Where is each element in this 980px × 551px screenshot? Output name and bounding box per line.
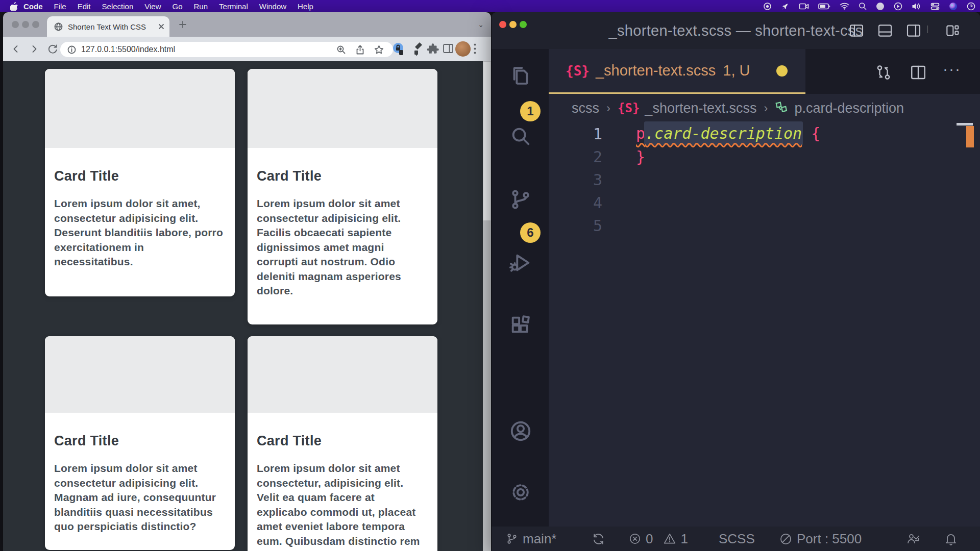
close-tab-icon[interactable]	[158, 23, 164, 30]
breadcrumb-file[interactable]: _shorten-text.scss	[645, 101, 756, 116]
sync-icon[interactable]	[592, 527, 605, 551]
menu-run[interactable]: Run	[188, 2, 214, 11]
macos-menu-bar: Code File Edit Selection View Go Run Ter…	[0, 0, 980, 12]
toggle-panel-icon[interactable]	[876, 22, 894, 39]
menu-file[interactable]: File	[48, 2, 72, 11]
card-2-image-placeholder	[248, 69, 437, 148]
record-icon[interactable]	[763, 2, 772, 11]
error-count: 0	[646, 531, 653, 547]
battery-icon[interactable]	[818, 3, 830, 10]
source-control-icon[interactable]	[509, 188, 532, 211]
tab-strip-chevron-icon[interactable]: ⌄	[478, 20, 484, 29]
close-window-button[interactable]	[12, 21, 19, 28]
symbol-class-icon	[775, 101, 789, 115]
address-bar[interactable]: 127.0.0.1:5500/index.html	[60, 42, 393, 57]
siri-icon[interactable]	[949, 2, 958, 11]
share-icon[interactable]	[355, 45, 365, 55]
reload-icon[interactable]	[47, 43, 58, 55]
problems-item[interactable]: 0 1	[628, 527, 688, 551]
explorer-badge: 1	[520, 101, 541, 121]
editor-tab-bar: {S} _shorten-text.scss 1, U ···	[549, 49, 980, 94]
notifications-bell-icon[interactable]	[944, 527, 958, 551]
branch-icon	[505, 532, 519, 545]
explorer-icon[interactable]	[509, 64, 532, 88]
clock-icon[interactable]	[967, 2, 975, 11]
menu-view[interactable]: View	[139, 2, 166, 11]
more-actions-icon[interactable]: ···	[943, 60, 961, 78]
extensions-icon[interactable]	[509, 313, 532, 337]
browser-tab[interactable]: Shorten Text With CSS	[47, 16, 169, 37]
menu-terminal[interactable]: Terminal	[213, 2, 254, 11]
menu-window[interactable]: Window	[254, 2, 292, 11]
live-server-port[interactable]: Port : 5500	[779, 527, 862, 551]
breadcrumb-separator-icon: ›	[764, 101, 768, 115]
scrollbar-thumb[interactable]	[483, 62, 491, 220]
breadcrumb-folder[interactable]: scss	[572, 101, 599, 116]
run-debug-icon[interactable]	[509, 251, 532, 274]
wifi-icon[interactable]	[840, 3, 849, 10]
camera-icon[interactable]	[799, 3, 809, 10]
lock-extension-icon[interactable]	[392, 42, 405, 56]
tab-decoration: 1, U	[723, 62, 750, 79]
star-icon[interactable]	[374, 45, 384, 55]
play-circle-icon[interactable]	[894, 2, 902, 11]
zoom-icon[interactable]	[336, 45, 346, 55]
minimize-window-button[interactable]	[22, 21, 29, 28]
site-info-icon[interactable]	[67, 45, 76, 54]
browser-scrollbar[interactable]	[483, 61, 491, 551]
git-branch-item[interactable]: main*	[505, 527, 556, 551]
settings-gear-icon[interactable]	[509, 481, 532, 504]
code-editor[interactable]: 1 p.card-description { 2 } 3 4 5	[549, 122, 980, 527]
url-text[interactable]: 127.0.0.1:5500/index.html	[81, 45, 336, 54]
card-4-image-placeholder	[248, 336, 437, 413]
card-3-image-placeholder	[45, 336, 235, 413]
overview-ruler-cursor-marker	[957, 123, 973, 126]
card-1: Card Title Lorem ipsum dolor sit amet, c…	[45, 69, 235, 296]
card-2-description: Lorem ipsum dolor sit amet consectetur a…	[257, 196, 426, 298]
split-editor-icon[interactable]	[909, 63, 927, 82]
new-tab-button[interactable]	[178, 19, 188, 30]
toggle-primary-sidebar-icon[interactable]	[848, 22, 865, 39]
menu-selection[interactable]: Selection	[96, 2, 139, 11]
toggle-secondary-sidebar-icon[interactable]	[905, 22, 922, 39]
sidebar-icon[interactable]	[442, 42, 454, 55]
menu-edit[interactable]: Edit	[72, 2, 96, 11]
unsaved-dot-icon[interactable]	[776, 65, 788, 77]
card-3-title: Card Title	[54, 433, 224, 449]
zoom-window-button[interactable]	[32, 21, 39, 28]
breadcrumb-symbol[interactable]: p.card-description	[794, 101, 904, 116]
card-1-description: Lorem ipsum dolor sit amet, consectetur …	[54, 196, 224, 269]
browser-window: Shorten Text With CSS ⌄ 127.0.0.1:5500/i…	[3, 12, 491, 551]
branch-name: main*	[523, 531, 556, 547]
feedback-icon[interactable]	[906, 527, 920, 551]
apple-menu-icon[interactable]	[10, 2, 18, 11]
eyedropper-icon[interactable]	[411, 41, 424, 56]
search-icon[interactable]	[859, 2, 867, 10]
rocket-icon[interactable]	[781, 2, 790, 11]
menu-go[interactable]: Go	[167, 2, 188, 11]
browser-tab-strip: Shorten Text With CSS ⌄	[3, 12, 491, 37]
menu-dots-icon[interactable]	[474, 43, 476, 54]
open-changes-icon[interactable]	[874, 63, 893, 82]
customize-layout-icon[interactable]	[944, 22, 961, 39]
forward-icon[interactable]	[29, 43, 40, 55]
avatar[interactable]	[455, 41, 471, 57]
card-2-title: Card Title	[257, 168, 426, 184]
card-4-description: Lorem ipsum dolor sit amet consectetur, …	[257, 461, 426, 548]
menu-app-name[interactable]: Code	[18, 2, 48, 11]
control-center-icon[interactable]	[930, 3, 940, 10]
scss-file-icon: {S}	[566, 63, 590, 79]
tab-title: Shorten Text With CSS	[68, 22, 158, 31]
search-icon[interactable]	[509, 124, 532, 148]
editor-tab[interactable]: {S} _shorten-text.scss 1, U	[549, 49, 805, 94]
volume-icon[interactable]	[912, 3, 921, 10]
language-mode[interactable]: SCSS	[719, 527, 755, 551]
activity-bar: 1 6	[492, 49, 549, 527]
back-icon[interactable]	[10, 43, 21, 55]
menu-help[interactable]: Help	[292, 2, 319, 11]
dnd-icon[interactable]	[876, 2, 885, 11]
extensions-puzzle-icon[interactable]	[427, 42, 440, 56]
account-icon[interactable]	[509, 419, 532, 443]
globe-favicon-icon	[54, 22, 63, 31]
line-number: 2	[549, 148, 602, 166]
